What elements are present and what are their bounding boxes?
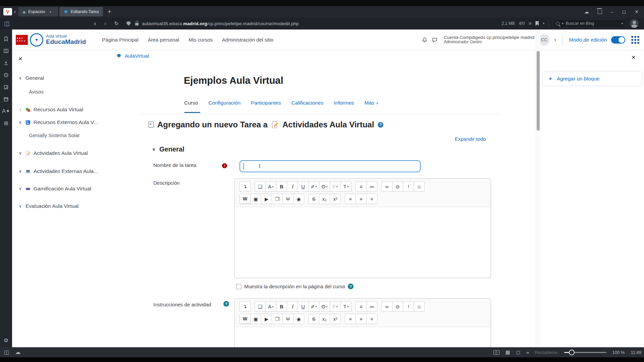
align-right-icon[interactable]: ≡ (366, 314, 377, 324)
font-color-icon[interactable]: A▾ (265, 301, 276, 312)
align-left-icon[interactable]: ≡ (345, 194, 356, 204)
search-engine-caret-icon[interactable]: ▾ (562, 22, 564, 25)
forward-button[interactable]: › (104, 20, 106, 27)
unlink-icon[interactable]: ⊘ (392, 301, 403, 312)
bold-icon[interactable]: B (276, 301, 287, 312)
apps-grid-icon[interactable] (631, 36, 639, 44)
bookmark-caret-icon[interactable]: ▾ (543, 22, 544, 25)
help-icon[interactable]: ? (348, 284, 354, 289)
chevron-down-icon[interactable]: ∨ (18, 76, 22, 80)
subscript-icon[interactable]: x₂ (319, 314, 330, 324)
superscript-icon[interactable]: x² (330, 194, 341, 204)
chevron-down-icon[interactable]: ∨ (18, 204, 22, 208)
numbered-list-icon[interactable]: ≔ (366, 181, 377, 192)
breadcrumb[interactable]: AulaVirtual (116, 53, 149, 59)
show-description-checkbox[interactable] (236, 284, 241, 289)
help-icon[interactable]: ? (378, 122, 383, 128)
nav-mis-cursos[interactable]: Mis cursos (189, 37, 213, 43)
bookmark-icon[interactable] (535, 21, 539, 26)
notes-panel-icon[interactable] (3, 84, 9, 90)
search-field[interactable]: ▾ Buscar en Bing ▾ (553, 19, 626, 28)
tab-curso[interactable]: Curso (184, 100, 198, 106)
strikethrough-icon[interactable]: S (308, 314, 319, 324)
nav-administracion[interactable]: Administración del sitio (222, 37, 273, 43)
minimize-button[interactable]: – (611, 9, 613, 14)
close-blocks-icon[interactable]: ✕ (631, 54, 636, 61)
new-tab-button[interactable]: + (108, 8, 111, 15)
exclamation-icon[interactable]: ! (403, 301, 414, 312)
emoticon-icon[interactable]: ☺ (414, 181, 425, 192)
font-color-icon[interactable]: A▾ (265, 181, 276, 192)
add-panel-icon[interactable]: ⊞ (4, 121, 8, 126)
subscript-icon[interactable]: x₂ (319, 194, 330, 204)
section-general[interactable]: ∨ General (152, 145, 184, 153)
drawer-item-general[interactable]: ∨ General (18, 74, 108, 82)
drawer-item-avisos[interactable]: Avisos (29, 87, 108, 96)
link-icon[interactable]: ∞ (381, 181, 392, 192)
chevron-down-icon[interactable]: ∨ (18, 151, 22, 156)
back-button[interactable]: ‹ (94, 20, 96, 27)
chevron-down-icon[interactable]: ∨ (18, 169, 22, 174)
drawer-item-evaluacion[interactable]: ∨ Evaluación Aula Virtual (18, 202, 108, 210)
search-dropdown-caret-icon[interactable]: ▾ (621, 22, 623, 25)
edit-mode-toggle[interactable] (611, 36, 625, 44)
tab-participantes[interactable]: Participantes (251, 100, 281, 106)
closed-tabs-trash-icon[interactable] (598, 10, 602, 14)
help-icon[interactable]: ? (223, 301, 229, 307)
video-icon[interactable]: ◉ (293, 314, 304, 324)
drawer-item-actividades-externas[interactable]: ∨ Actividades Externas Aula... (18, 167, 108, 175)
close-drawer-icon[interactable]: ✕ (18, 56, 108, 62)
align-left-icon[interactable]: ≡ (345, 314, 356, 324)
italic-icon[interactable]: I (287, 301, 298, 312)
panel-toggle-icon[interactable]: ◫ (4, 350, 9, 355)
align-center-icon[interactable]: ≡ (356, 314, 367, 324)
panel-toggle-icon[interactable]: ◫ (4, 20, 9, 27)
user-menu-caret-icon[interactable]: ∨ (554, 38, 556, 42)
messages-chat-icon[interactable] (432, 37, 438, 43)
text-type-icon[interactable]: T▾ (340, 301, 352, 312)
media-icon[interactable]: ▶ (261, 314, 272, 324)
copy-icon[interactable]: ❐ (272, 194, 283, 204)
notifications-bell-icon[interactable] (422, 37, 428, 43)
superscript-icon[interactable]: x² (330, 314, 341, 324)
image-icon[interactable]: ▣ (250, 194, 261, 204)
maximize-button[interactable]: ◻ (622, 9, 626, 14)
chevron-down-icon[interactable]: ∨ (18, 120, 22, 125)
collapse-toolbar-icon[interactable]: ↴ (239, 181, 251, 192)
reading-panel-icon[interactable] (3, 48, 9, 54)
font-family-icon[interactable]: F▾ (330, 301, 341, 312)
chevron-right-icon[interactable]: › (18, 107, 22, 112)
zoom-slider-knob[interactable] (569, 350, 575, 355)
tiling-icon[interactable]: ◻ (516, 349, 520, 355)
bullet-list-icon[interactable]: ≡ (356, 301, 367, 312)
highlight-icon[interactable]: ʘ▾ (319, 301, 330, 312)
underline-icon[interactable]: U (298, 301, 309, 312)
tab-configuracion[interactable]: Configuración (208, 100, 240, 106)
history-panel-icon[interactable] (3, 72, 9, 78)
nav-area-personal[interactable]: Área personal (148, 37, 179, 43)
align-right-icon[interactable]: ≡ (366, 194, 377, 204)
highlight-icon[interactable]: ʘ▾ (319, 181, 330, 192)
drawer-item-actividades[interactable]: ∨ Actividades Aula Virtual (18, 149, 108, 157)
tab-editando-tarea[interactable]: Editando Tarea (59, 7, 103, 16)
zoom-slider[interactable] (564, 352, 606, 353)
tab-calificaciones[interactable]: Calificaciones (291, 100, 324, 106)
unlink-icon[interactable]: ⊘ (392, 181, 403, 192)
video-icon[interactable]: ◉ (293, 194, 304, 204)
reload-button[interactable]: ↻ (114, 20, 119, 26)
brush-icon[interactable]: ✐▾ (308, 301, 319, 312)
paste-icon[interactable]: ❏ (255, 301, 266, 312)
media-icon[interactable]: ▶ (261, 194, 272, 204)
copy-icon[interactable]: ❐ (272, 314, 283, 324)
url-field[interactable]: aulavirtual35.educa.madrid.org/cp.princi… (142, 21, 299, 26)
sync-cloud-icon[interactable]: ☁ (584, 9, 589, 14)
vivaldi-menu-button[interactable]: V (3, 8, 12, 15)
downloads-panel-icon[interactable] (3, 60, 9, 66)
font-family-icon[interactable]: F▾ (330, 181, 341, 192)
microphone-icon[interactable]: Ψ (282, 194, 293, 204)
drawer-item-genially[interactable]: Genially Sistema Solar (29, 131, 108, 139)
microphone-icon[interactable]: Ψ (282, 314, 293, 324)
task-name-input[interactable]: I (239, 160, 421, 172)
reading-list-icon[interactable]: ≡ (529, 21, 531, 26)
chevron-down-icon[interactable]: ∨ (18, 186, 22, 191)
